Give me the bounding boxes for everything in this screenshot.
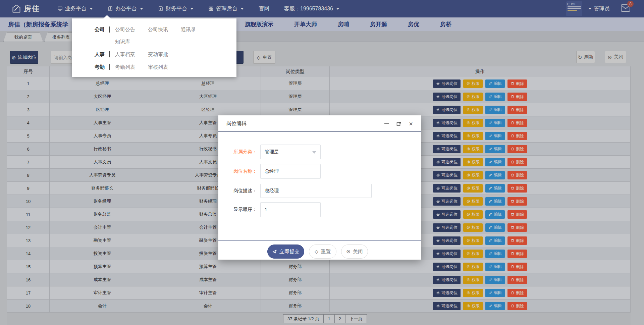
- display-order-label: 显示顺序：: [218, 207, 260, 213]
- app-page: 房佳 业务平台办公平台财务平台管理后台官网客服：19965783436 房佳 管…: [0, 0, 644, 325]
- dropdown-menu-item[interactable]: 变动审批: [148, 51, 168, 58]
- dialog-footer: 立即提交 ◇ 重置 ⊗ 关闭: [218, 240, 421, 260]
- dropdown-group: 公司公司公告公司快讯通讯录知识库: [72, 26, 236, 45]
- category-divider: [109, 26, 110, 33]
- maximize-button[interactable]: [396, 121, 401, 126]
- dropdown-menu-item[interactable]: 知识库: [115, 38, 130, 45]
- post-name-input[interactable]: [260, 164, 321, 179]
- post-desc-label: 岗位描述：: [218, 188, 260, 194]
- dropdown-menu-item[interactable]: 通讯录: [181, 26, 196, 33]
- display-order-field-row: 显示顺序：: [218, 202, 321, 217]
- category-select[interactable]: 管理层: [260, 145, 321, 159]
- dropdown-category-label: 考勤: [72, 63, 105, 71]
- dropdown-menu-item[interactable]: 公司公告: [115, 26, 135, 33]
- dropdown-menu-item[interactable]: 人事档案: [115, 51, 135, 58]
- post-name-label: 岗位名称：: [218, 168, 260, 174]
- diamond-icon: ◇: [315, 249, 319, 255]
- submit-label: 立即提交: [279, 249, 300, 255]
- dialog-reset-label: 重置: [321, 249, 331, 255]
- dropdown-menu-item[interactable]: 公司快讯: [148, 26, 168, 33]
- dropdown-category-label: 公司: [72, 26, 105, 45]
- category-divider: [109, 64, 110, 70]
- dropdown-menu-item[interactable]: 考勤列表: [115, 63, 135, 71]
- submit-button[interactable]: 立即提交: [267, 245, 304, 259]
- post-edit-dialog: 岗位编辑 × 所属分类： 管理层 岗位名称：: [218, 115, 421, 260]
- dropdown-menu-item[interactable]: 审核列表: [148, 63, 168, 71]
- post-desc-field-row: 岗位描述：: [218, 183, 372, 198]
- post-name-field-row: 岗位名称：: [218, 164, 321, 179]
- dropdown-group: 人事人事档案变动审批: [72, 51, 236, 58]
- circle-x-icon: ⊗: [346, 249, 351, 255]
- category-label: 所属分类：: [218, 149, 260, 155]
- office-platform-dropdown: 公司公司公告公司快讯通讯录知识库人事人事档案变动审批考勤考勤列表审核列表: [72, 18, 236, 77]
- dropdown-group: 考勤考勤列表审核列表: [72, 63, 236, 71]
- minimize-button[interactable]: [384, 121, 389, 126]
- dropdown-category-label: 人事: [72, 51, 105, 58]
- category-divider: [109, 51, 110, 57]
- paper-plane-icon: [272, 249, 277, 254]
- dialog-close-label: 关闭: [353, 249, 363, 255]
- maximize-icon: [396, 121, 401, 126]
- dialog-titlebar: 岗位编辑 ×: [218, 115, 421, 132]
- category-field-row: 所属分类： 管理层: [218, 145, 321, 159]
- dialog-reset-button[interactable]: ◇ 重置: [309, 245, 336, 259]
- dialog-title: 岗位编辑: [226, 120, 247, 127]
- display-order-input[interactable]: [260, 202, 321, 217]
- post-desc-input[interactable]: [260, 184, 372, 198]
- dialog-close-pill-button[interactable]: ⊗ 关闭: [341, 245, 368, 259]
- category-value: 管理层: [265, 149, 279, 155]
- select-caret-icon: [312, 151, 316, 154]
- dialog-close-button[interactable]: ×: [408, 121, 414, 126]
